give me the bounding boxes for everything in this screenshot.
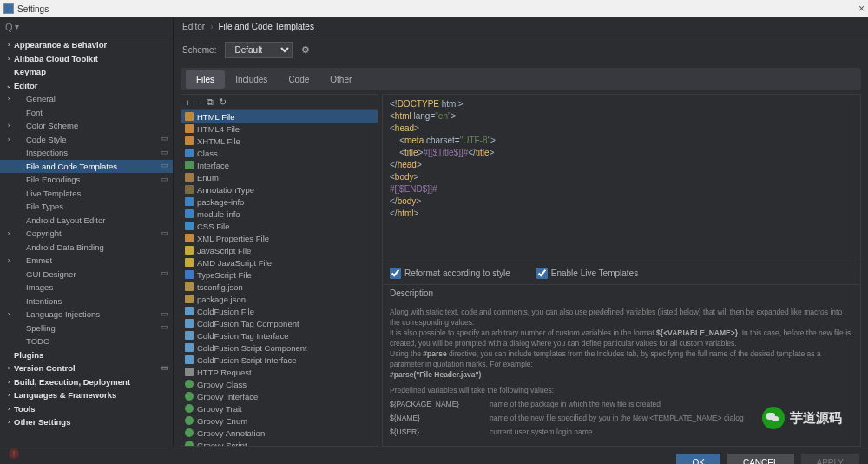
close-icon[interactable]: × <box>858 3 865 15</box>
template-item[interactable]: HTML File <box>181 110 378 123</box>
sidebar-item[interactable]: ⌄Editor <box>0 79 173 93</box>
template-code-editor[interactable]: <!DOCTYPE html> <html lang="en"> <head> … <box>383 95 860 262</box>
template-list: HTML FileHTML4 FileXHTML FileClassInterf… <box>181 110 378 446</box>
template-item[interactable]: AMD JavaScript File <box>181 256 378 268</box>
template-item[interactable]: package.json <box>181 293 378 305</box>
template-item[interactable]: Interface <box>181 159 378 171</box>
wechat-icon <box>762 407 785 429</box>
template-item[interactable]: XHTML File <box>181 135 378 147</box>
sidebar-item[interactable]: File and Code Templates▭ <box>0 160 173 174</box>
template-item[interactable]: Groovy Interface <box>181 390 378 402</box>
sidebar-item[interactable]: Live Templates <box>0 187 173 201</box>
template-toolbar: + − ⧉ ↻ <box>181 95 378 110</box>
tab-includes[interactable]: Includes <box>225 70 278 89</box>
template-item[interactable]: XML Properties File <box>181 232 378 244</box>
sidebar-item[interactable]: ›Emmet <box>0 254 173 268</box>
template-item[interactable]: Groovy Script <box>181 439 378 446</box>
file-type-icon <box>185 234 194 242</box>
reformat-checkbox[interactable]: Reformat according to style <box>390 268 510 279</box>
search-icon: Q <box>5 22 13 32</box>
template-item[interactable]: package-info <box>181 196 378 208</box>
template-item[interactable]: Groovy Trait <box>181 402 378 414</box>
sidebar-item[interactable]: Spelling▭ <box>0 321 173 335</box>
template-item[interactable]: ColdFusion Tag Interface <box>181 329 378 341</box>
template-item[interactable]: HTTP Request <box>181 366 378 378</box>
file-type-icon <box>185 307 194 315</box>
file-type-icon <box>185 331 194 340</box>
template-item[interactable]: JavaScript File <box>181 244 378 256</box>
file-type-icon <box>185 149 194 157</box>
template-item[interactable]: tsconfig.json <box>181 281 378 293</box>
error-indicator-icon[interactable]: ! <box>9 448 19 459</box>
copy-icon[interactable]: ⧉ <box>207 96 214 108</box>
sidebar-item[interactable]: ›Color Scheme <box>0 119 173 133</box>
sidebar-item[interactable]: ›Appearance & Behavior <box>0 38 173 52</box>
template-item[interactable]: HTML4 File <box>181 123 378 135</box>
file-type-icon <box>185 246 194 255</box>
template-item[interactable]: Groovy Class <box>181 378 378 390</box>
sidebar-item[interactable]: ›Copyright▭ <box>0 227 173 241</box>
settings-tree: ›Appearance & Behavior›Alibaba Cloud Too… <box>0 36 173 447</box>
sidebar-item[interactable]: ›Language Injections▭ <box>0 308 173 321</box>
tab-code[interactable]: Code <box>278 70 319 89</box>
watermark: 芋道源码 <box>762 407 842 429</box>
tab-other[interactable]: Other <box>319 70 362 89</box>
template-item[interactable]: Groovy Enum <box>181 414 378 427</box>
sidebar-item[interactable]: GUI Designer▭ <box>0 268 173 282</box>
live-templates-checkbox[interactable]: Enable Live Templates <box>536 268 638 279</box>
sidebar-item[interactable]: Font <box>0 106 173 120</box>
add-icon[interactable]: + <box>185 97 190 108</box>
sidebar-item[interactable]: Android Layout Editor <box>0 214 173 228</box>
refresh-icon[interactable]: ↻ <box>219 96 227 108</box>
file-type-icon <box>185 319 194 328</box>
sidebar-item[interactable]: ›Tools <box>0 402 173 416</box>
sidebar-item[interactable]: ›Build, Execution, Deployment <box>0 375 173 389</box>
settings-sidebar: Q▾ ›Appearance & Behavior›Alibaba Cloud … <box>0 17 174 447</box>
sidebar-item[interactable]: ›Code Style▭ <box>0 133 173 147</box>
sidebar-item[interactable]: TODO <box>0 335 173 348</box>
file-type-icon <box>185 136 194 145</box>
sidebar-item[interactable]: ›Alibaba Cloud Toolkit <box>0 52 173 66</box>
scheme-select[interactable]: Default <box>225 42 293 58</box>
sidebar-item[interactable]: ›Version Control▭ <box>0 361 173 375</box>
search-input[interactable]: Q▾ <box>0 17 173 36</box>
apply-button: APPLY <box>801 454 860 464</box>
gear-icon[interactable]: ⚙ <box>301 44 310 56</box>
template-item[interactable]: Enum <box>181 171 378 183</box>
cancel-button[interactable]: CANCEL <box>727 454 794 464</box>
breadcrumb-current: File and Code Templates <box>218 22 313 31</box>
sidebar-item[interactable]: Plugins <box>0 348 173 362</box>
ok-button[interactable]: OK <box>676 454 720 464</box>
sidebar-item[interactable]: Images <box>0 281 173 295</box>
sidebar-item[interactable]: Inspections▭ <box>0 146 173 160</box>
file-type-icon <box>185 282 194 291</box>
sidebar-item[interactable]: File Types <box>0 200 173 214</box>
file-type-icon <box>185 416 194 425</box>
sidebar-item[interactable]: ›Languages & Frameworks <box>0 388 173 402</box>
file-type-icon <box>185 222 194 230</box>
template-item[interactable]: ColdFusion Script Component <box>181 341 378 354</box>
file-type-icon <box>185 270 194 279</box>
template-item[interactable]: Class <box>181 147 378 159</box>
sidebar-item[interactable]: Keymap <box>0 65 173 79</box>
template-item[interactable]: Groovy Annotation <box>181 427 378 439</box>
sidebar-item[interactable]: Intentions <box>0 295 173 308</box>
template-item[interactable]: ColdFusion Script Interface <box>181 354 378 366</box>
file-type-icon <box>185 441 194 446</box>
file-type-icon <box>185 295 194 303</box>
sidebar-item[interactable]: ›Other Settings <box>0 415 173 429</box>
sidebar-item[interactable]: File Encodings▭ <box>0 173 173 187</box>
template-item[interactable]: CSS File <box>181 220 378 232</box>
sidebar-item[interactable]: Android Data Binding <box>0 241 173 255</box>
file-type-icon <box>185 355 194 364</box>
template-item[interactable]: AnnotationType <box>181 183 378 196</box>
sidebar-item[interactable]: ›General <box>0 92 173 106</box>
template-item[interactable]: module-info <box>181 208 378 220</box>
titlebar: Settings × <box>0 0 868 17</box>
file-type-icon <box>185 392 194 401</box>
tab-files[interactable]: Files <box>186 70 225 89</box>
template-item[interactable]: ColdFusion File <box>181 305 378 317</box>
template-item[interactable]: ColdFusion Tag Component <box>181 317 378 329</box>
template-item[interactable]: TypeScript File <box>181 268 378 281</box>
remove-icon[interactable]: − <box>195 97 201 108</box>
